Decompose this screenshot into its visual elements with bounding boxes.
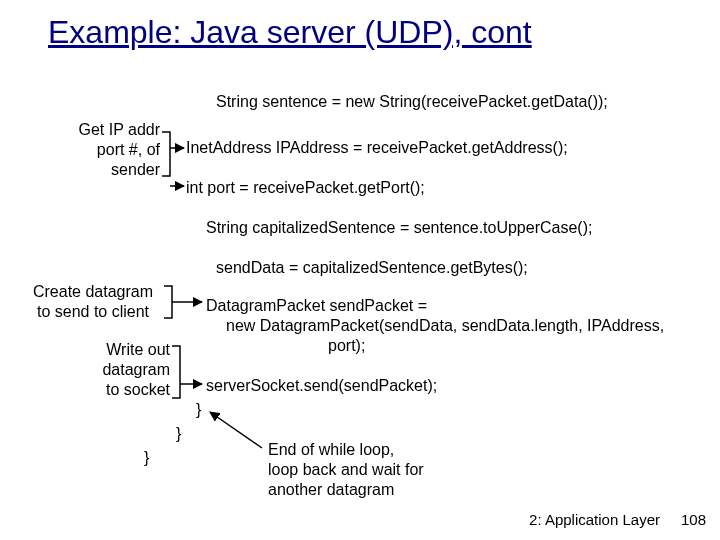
annot-text: to socket [106,381,170,398]
code-line-6c: port); [328,336,365,356]
code-line-3: int port = receivePacket.getPort(); [186,178,425,198]
annot-text: Get IP addr [78,121,160,138]
svg-line-4 [210,412,262,448]
annotation-write-out: Write out datagram to socket [40,340,170,400]
annotation-create-datagram: Create datagram to send to client [18,282,168,322]
annot-text: another datagram [268,481,394,498]
code-line-8: } [196,400,201,420]
code-line-7: serverSocket.send(sendPacket); [206,376,437,396]
annot-text: End of while loop, [268,441,394,458]
annotation-end-loop: End of while loop, loop back and wait fo… [268,440,424,500]
annot-text: sender [111,161,160,178]
code-line-2: InetAddress IPAddress = receivePacket.ge… [186,138,568,158]
code-line-4: String capitalizedSentence = sentence.to… [206,218,592,238]
slide: Example: Java server (UDP), cont String … [0,0,720,540]
code-line-9: } [176,424,181,444]
code-line-1: String sentence = new String(receivePack… [216,92,608,112]
annot-text: loop back and wait for [268,461,424,478]
code-line-5: sendData = capitalizedSentence.getBytes(… [216,258,528,278]
annot-text: Create datagram [33,283,153,300]
annot-text: to send to client [37,303,149,320]
annot-text: datagram [102,361,170,378]
code-line-6a: DatagramPacket sendPacket = [206,296,427,316]
code-line-10: } [144,448,149,468]
annotation-get-ip: Get IP addr port #, of sender [30,120,160,180]
slide-title: Example: Java server (UDP), cont [48,14,532,51]
annot-text: port #, of [97,141,160,158]
page-number: 108 [681,511,706,528]
code-line-6b: new DatagramPacket(sendData, sendData.le… [226,316,664,336]
annot-text: Write out [106,341,170,358]
footer-text: 2: Application Layer [529,511,660,528]
